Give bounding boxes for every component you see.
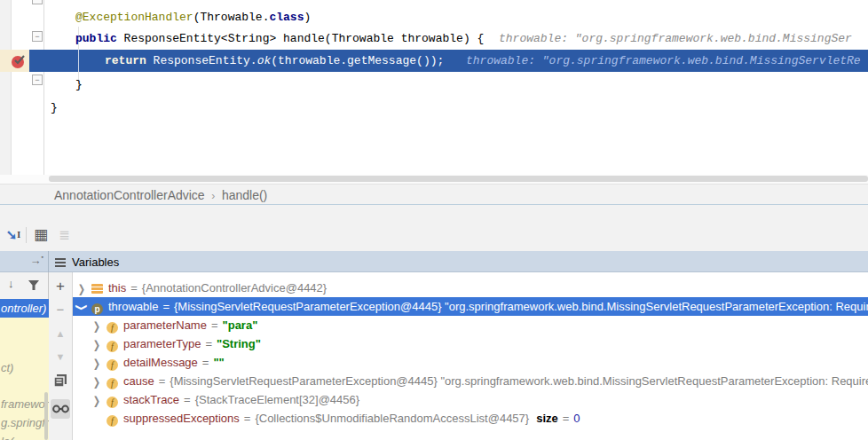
size-value: 0 [573, 412, 580, 425]
chevron-right-icon[interactable]: ❯ [93, 334, 101, 353]
variable-row-parameterName[interactable]: ❯fparameterName="para" [73, 316, 868, 334]
variable-row-parameterType[interactable]: ❯fparameterType="String" [73, 334, 868, 353]
field-icon: f [107, 322, 118, 334]
inline-debugger-hint: throwable: "org.springframework.web.bind… [466, 50, 861, 72]
frames-header-cell: →▪ [0, 251, 49, 272]
toolbar-separator [26, 227, 27, 243]
breadcrumb: AnnotationControllerAdvice › handle() [0, 184, 868, 205]
breadcrumb-separator-icon: › [211, 190, 215, 202]
chevron-right-icon[interactable]: ❯ [93, 372, 101, 390]
verified-breakpoint-icon[interactable] [11, 53, 27, 69]
stack-frame[interactable]: framewor. [0, 395, 49, 413]
variable-row-stackTrace[interactable]: ❯fstackTrace={StackTraceElement[32]@4456… [73, 390, 868, 409]
ide-debug-screen: @ExceptionHandler(Throwable.class) publi… [0, 0, 868, 440]
horizontal-scrollbar-thumb[interactable] [49, 176, 868, 182]
chevron-right-icon[interactable]: ❯ [93, 316, 101, 334]
variable-row-suppressedExceptions[interactable]: ❯fsuppressedExceptions={Collections$Unmo… [73, 409, 868, 428]
stack-frame-selected[interactable]: ontroller) [0, 299, 49, 318]
stack-frame[interactable]: ct) [0, 358, 49, 377]
field-icon: f [107, 397, 118, 408]
code-line-brace: } [0, 75, 868, 96]
field-icon: f [107, 378, 118, 389]
chevron-down-icon[interactable]: ❯ [73, 303, 92, 311]
tab-variables[interactable]: Variables [55, 251, 119, 272]
stack-frame[interactable]: le( [0, 432, 49, 440]
size-label: size [536, 412, 558, 425]
chevron-right-icon[interactable]: ❯ [93, 390, 101, 409]
parameter-icon: p [91, 303, 103, 315]
filter-icon[interactable] [28, 279, 40, 291]
show-execution-point-icon[interactable]: ➘I [4, 226, 22, 244]
object-icon [91, 284, 103, 294]
frames-scrollbar-thumb[interactable] [44, 392, 48, 440]
frames-panel[interactable]: ↓ ontroller) ct) framewor. g.springfr le… [0, 272, 49, 440]
variable-row-detailMessage[interactable]: ❯fdetailMessage="" [73, 353, 868, 372]
execution-line-highlight[interactable]: return ResponseEntity.ok(throwable.getMe… [29, 50, 868, 72]
restore-layout-icon: ≣ [55, 226, 73, 244]
debugger-toolbar: ➘I ▦ ≣ [0, 205, 868, 251]
variable-row-throwable-selected[interactable]: ❯pthrowable={MissingServletRequestParame… [73, 297, 868, 316]
variables-tab-label: Variables [72, 255, 119, 269]
frames-toolbar: ↓ [0, 272, 49, 297]
variable-row-this[interactable]: ❯this={AnnotationControllerAdvice@4442} [73, 279, 868, 297]
breadcrumb-class[interactable]: AnnotationControllerAdvice [54, 188, 205, 202]
code-line-brace: } [0, 98, 868, 119]
menu-icon[interactable] [55, 258, 66, 267]
fold-marker-icon[interactable] [32, 0, 43, 4]
code-editor[interactable]: @ExceptionHandler(Throwable.class) publi… [0, 0, 868, 175]
variable-row-cause[interactable]: ❯fcause={MissingServletRequestParameterE… [73, 372, 868, 390]
debugger-tabs-header: →▪ Variables [0, 251, 868, 272]
remove-watch-icon[interactable]: − [49, 302, 72, 317]
add-watch-icon[interactable]: + [49, 278, 72, 295]
restore-view-icon[interactable]: →▪ [30, 254, 43, 267]
annotation-token: @ExceptionHandler [75, 11, 193, 24]
evaluate-expression-icon[interactable]: ▦ [32, 226, 50, 244]
code-line-annotation: @ExceptionHandler(Throwable.class) [0, 7, 868, 28]
field-icon: f [107, 415, 118, 427]
fold-marker-icon[interactable]: − [32, 31, 43, 42]
stack-frame[interactable]: g.springfr [0, 413, 49, 432]
arrow-down-icon[interactable]: ↓ [8, 277, 14, 290]
move-up-icon: ▲ [49, 328, 72, 339]
field-icon: f [107, 359, 118, 371]
field-icon: f [107, 341, 118, 352]
inline-debugger-hint: throwable: "org.springframework.web.bind… [499, 28, 852, 50]
breadcrumb-method[interactable]: handle() [222, 188, 267, 202]
chevron-right-icon[interactable]: ❯ [93, 353, 101, 372]
watches-toolbar: + − ▲ ▼ [49, 272, 73, 440]
move-down-icon: ▼ [49, 351, 72, 362]
chevron-right-icon[interactable]: ❯ [78, 279, 86, 297]
variables-tree[interactable]: ❯this={AnnotationControllerAdvice@4442} … [73, 272, 868, 440]
